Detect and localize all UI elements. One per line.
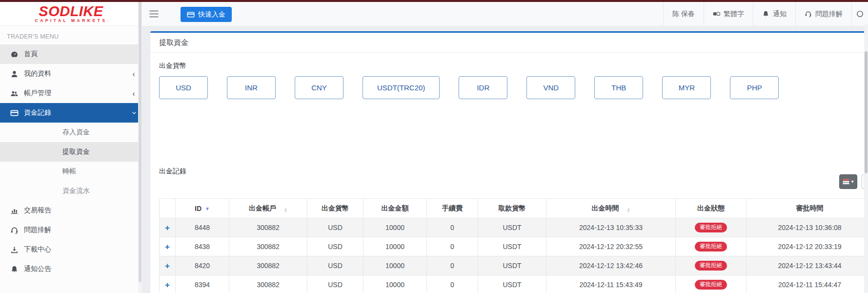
sort-both-icon — [284, 208, 287, 213]
table-row: 8394 300882 USD 10000 0 USDT 2024-12-11 … — [160, 275, 868, 293]
sidebar-nav: 首頁 我的資料 帳戶管理 資金記錄 存入資金 提取資金 — [0, 44, 142, 279]
withdraw-card: 提取資金 出金貨幣 USD INR CNY USDT(TRC20) IDR VN… — [150, 31, 868, 293]
chevron-left-icon — [132, 89, 135, 98]
currency-section-label: 出金貨幣 — [159, 62, 868, 70]
cell-amount: 10000 — [363, 218, 427, 237]
support-menu[interactable]: 問題排解 — [795, 2, 851, 26]
cell-currency: USD — [307, 237, 363, 256]
chart-bar-icon — [10, 207, 19, 215]
cell-payout-currency: USDT — [478, 218, 546, 237]
sidebar-item-label: 通知公告 — [24, 265, 51, 273]
column-header-id[interactable]: ID — [176, 199, 229, 218]
records-section-label: 出金記錄 — [159, 167, 868, 176]
withdraw-card-body: 出金貨幣 USD INR CNY USDT(TRC20) IDR VND THB… — [150, 53, 868, 293]
sidebar-item-label: 首頁 — [24, 50, 38, 59]
status-badge: 審批拒絕 — [695, 261, 727, 271]
sidebar-subitem-flow[interactable]: 資金流水 — [0, 181, 142, 201]
currency-button-inr[interactable]: INR — [227, 76, 276, 99]
cell-account: 300882 — [229, 218, 307, 237]
sidebar-subitem-deposit[interactable]: 存入資金 — [0, 123, 142, 142]
sidebar-scrollbar-thumb[interactable] — [139, 1, 141, 282]
cell-account: 300882 — [229, 275, 307, 293]
cell-time: 2024-12-12 20:32:55 — [546, 237, 676, 256]
sidebar-subitem-withdraw[interactable]: 提取資金 — [0, 142, 142, 162]
cell-approval-time: 2024-12-12 13:43:44 — [747, 256, 868, 275]
table-row: 8438 300882 USD 10000 0 USDT 2024-12-12 … — [160, 237, 868, 256]
sidebar-item-troubleshoot[interactable]: 問題排解 — [0, 220, 142, 240]
language-menu[interactable]: 繁體字 — [704, 2, 753, 26]
sidebar-item-label: 下載中心 — [24, 245, 51, 254]
cell-time: 2024-12-13 10:35:33 — [546, 218, 676, 237]
cell-approval-time: 2024-12-13 10:36:08 — [747, 218, 868, 237]
quick-deposit-button[interactable]: 快速入金 — [181, 7, 232, 22]
column-header-status: 出金狀態 — [676, 199, 747, 218]
column-header-time[interactable]: 出金時間 — [546, 199, 676, 218]
expand-row-button[interactable] — [165, 224, 170, 232]
currency-button-usd[interactable]: USD — [159, 76, 208, 99]
sort-desc-icon — [205, 206, 210, 211]
notifications-menu[interactable]: 通知 — [753, 2, 795, 26]
sidebar-item-label: 我的資料 — [24, 69, 51, 78]
expand-row-button[interactable] — [165, 281, 170, 289]
brand-name: SODLIKE — [39, 5, 103, 18]
help-menu[interactable] — [851, 2, 868, 26]
cell-time: 2024-12-12 13:42:46 — [546, 256, 676, 275]
currency-button-usdt-trc20[interactable]: USDT(TRC20) — [363, 76, 440, 99]
spacer — [159, 99, 868, 167]
brand-logo[interactable]: SODLIKE CAPITAL MARKETS — [0, 0, 142, 26]
bell-icon — [762, 10, 769, 18]
navbar-right: 陈 保春 繁體字 通知 問題排解 — [663, 2, 868, 26]
user-menu[interactable]: 陈 保春 — [663, 2, 704, 26]
sidebar-item-accounts[interactable]: 帳戶管理 — [0, 84, 142, 103]
caret-down-icon — [851, 179, 853, 184]
sidebar-item-reports[interactable]: 交易報告 — [0, 201, 142, 220]
sidebar-item-label: 資金記錄 — [24, 108, 51, 117]
cell-fee: 0 — [427, 237, 478, 256]
expand-row-button[interactable] — [165, 262, 170, 270]
user-icon — [10, 70, 19, 78]
cell-fee: 0 — [427, 275, 478, 293]
cell-account: 300882 — [229, 237, 307, 256]
sidebar-item-profile[interactable]: 我的資料 — [0, 64, 142, 84]
sidebar: SODLIKE CAPITAL MARKETS TRADER'S MENU 首頁… — [0, 0, 142, 293]
currency-button-cny[interactable]: CNY — [295, 76, 343, 99]
status-badge: 審批拒絕 — [695, 242, 727, 251]
sidebar-item-home[interactable]: 首頁 — [0, 44, 142, 64]
currency-button-myr[interactable]: MYR — [662, 76, 711, 99]
column-header-amount: 出金金額 — [363, 199, 427, 218]
bell-icon — [10, 265, 19, 273]
withdraw-records-table: ID 出金帳戶 出金貨幣 出金金額 手續費 取款貨幣 出金時間 出金狀態 審批時… — [159, 198, 868, 293]
sidebar-item-label: 資金流水 — [62, 187, 90, 195]
cell-amount: 10000 — [363, 256, 427, 275]
sidebar-item-downloads[interactable]: 下載中心 — [0, 240, 142, 259]
download-icon — [10, 246, 19, 254]
table-columns-icon — [843, 179, 849, 185]
expand-row-button[interactable] — [165, 243, 170, 251]
column-header-account[interactable]: 出金帳戶 — [229, 199, 307, 218]
currency-button-idr[interactable]: IDR — [459, 76, 507, 99]
sort-both-icon — [627, 208, 630, 213]
sidebar-item-announcements[interactable]: 通知公告 — [0, 259, 142, 279]
columns-toggle-button[interactable] — [839, 174, 857, 189]
table-header-row: ID 出金帳戶 出金貨幣 出金金額 手續費 取款貨幣 出金時間 出金狀態 審批時… — [160, 199, 868, 218]
currency-button-thb[interactable]: THB — [594, 76, 643, 99]
sidebar-toggle-button[interactable] — [142, 2, 166, 26]
currency-button-php[interactable]: PHP — [730, 76, 779, 99]
cell-currency: USD — [307, 218, 363, 237]
column-header-payout-currency: 取款貨幣 — [478, 199, 546, 218]
column-header-fee: 手續費 — [427, 199, 478, 218]
traders-menu-heading: TRADER'S MENU — [0, 26, 142, 44]
page-scrollbar-thumb[interactable] — [865, 51, 868, 173]
cell-amount: 10000 — [363, 275, 427, 293]
sidebar-subitem-transfer[interactable]: 轉帳 — [0, 162, 142, 181]
cell-currency: USD — [307, 275, 363, 293]
sidebar-item-funds[interactable]: 資金記錄 — [0, 103, 142, 123]
users-icon — [10, 89, 19, 98]
status-badge: 審批拒絕 — [695, 280, 727, 290]
currency-button-vnd[interactable]: VND — [526, 76, 575, 99]
sidebar-item-label: 轉帳 — [62, 167, 76, 176]
tachometer-icon — [10, 50, 19, 59]
chevron-left-icon — [132, 70, 135, 78]
cell-fee: 0 — [427, 218, 478, 237]
sidebar-item-label: 交易報告 — [24, 206, 51, 215]
